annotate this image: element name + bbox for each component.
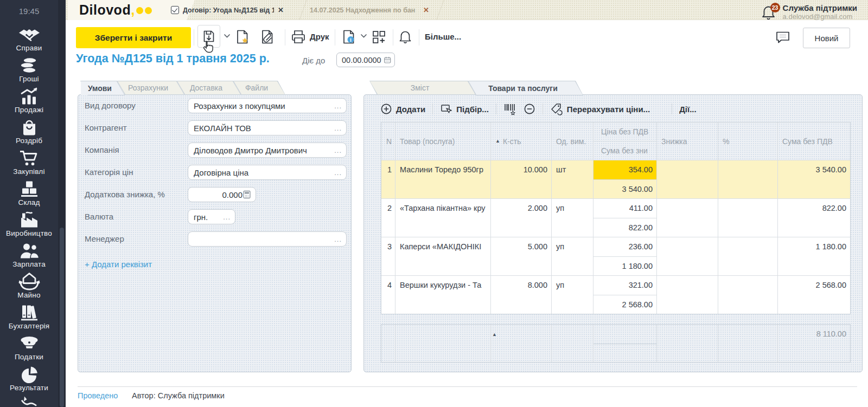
sidebar-item-podatky[interactable]: Податки bbox=[0, 334, 58, 361]
table-row[interactable]: 2 «Тархана пікантна» кру 2.000 уп 411.00… bbox=[381, 198, 850, 237]
lookup-dots-icon[interactable]: ... bbox=[334, 124, 342, 132]
calendar-icon[interactable] bbox=[384, 55, 391, 64]
bag-icon bbox=[0, 118, 58, 137]
actions-button[interactable]: Дії... bbox=[679, 105, 697, 114]
print-button[interactable] bbox=[290, 29, 307, 44]
sidebar-item-hroshi[interactable]: Гроші bbox=[0, 56, 58, 83]
form-row: Контрагент ЕКОЛАЙН ТОВ... bbox=[85, 120, 346, 135]
tab-close-icon[interactable]: ✕ bbox=[423, 6, 429, 14]
sidebar-item-spravy[interactable]: Справи bbox=[0, 25, 58, 52]
pick-items-button[interactable]: Підбір... bbox=[440, 103, 489, 115]
app-window: 19:45 СправиГрошіПродажіРоздрібЗакупівлі… bbox=[0, 0, 868, 407]
remove-row-button[interactable] bbox=[524, 103, 535, 115]
sidebar-item-rozdrib[interactable]: Роздріб bbox=[0, 118, 58, 145]
lookup-dots-icon[interactable]: ... bbox=[334, 235, 342, 243]
structure-button[interactable] bbox=[371, 29, 387, 45]
document-star-button[interactable] bbox=[235, 29, 250, 44]
items-table: N Товар (послуга) ▲К-сть Од. вим. Ціна б… bbox=[381, 122, 851, 314]
add-row-button[interactable]: Додати bbox=[380, 103, 425, 115]
chat-button[interactable] bbox=[775, 30, 791, 47]
table-row[interactable]: 3 Каперси «МАКІДОНІКІ 5.000 уп 236.001 1… bbox=[381, 237, 850, 275]
document-attach-button[interactable] bbox=[260, 29, 275, 44]
tab-close-icon[interactable]: ✕ bbox=[278, 6, 284, 14]
cell-qty: 5.000 bbox=[491, 237, 552, 275]
pie-icon bbox=[0, 365, 58, 384]
barcode-button[interactable] bbox=[503, 102, 516, 115]
sidebar-item-vyrobnytstvo[interactable]: Виробництво bbox=[0, 210, 58, 237]
qty-header: ▲К-сть bbox=[491, 122, 552, 160]
info-menu-chevron[interactable] bbox=[360, 34, 367, 38]
panel-tab-Зміст[interactable]: Зміст bbox=[369, 81, 476, 95]
form-row: Додаткова знижка, % 0.000 bbox=[85, 187, 346, 202]
cell-percent bbox=[718, 160, 778, 198]
table-row[interactable]: 4 Вершки кукурудзи - Та 8.000 уп 321.002… bbox=[381, 275, 850, 314]
status-badge[interactable]: Проведено bbox=[78, 391, 118, 400]
cell-discount bbox=[657, 276, 718, 314]
field-4[interactable]: 0.000 bbox=[188, 187, 256, 202]
document-tab-2[interactable]: 14.07.2025 Надходження по бан✕ bbox=[310, 0, 429, 20]
new-button[interactable]: Новий bbox=[803, 28, 850, 48]
cell-percent bbox=[718, 276, 778, 314]
cell-product: Маслини Торедо 950гр bbox=[395, 160, 491, 198]
notifications-bell[interactable]: 23 bbox=[761, 4, 776, 22]
table-row[interactable]: 1 Маслини Торедо 950гр 10.000 шт 354.003… bbox=[381, 160, 850, 198]
more-button[interactable]: Більше... bbox=[425, 32, 461, 41]
lookup-dots-icon[interactable]: ... bbox=[334, 102, 342, 110]
clock: 19:45 bbox=[0, 7, 58, 16]
calculator-icon[interactable] bbox=[242, 190, 251, 199]
reminder-bell-button[interactable] bbox=[398, 29, 412, 44]
document-info-button[interactable]: i bbox=[341, 29, 356, 44]
valid-until-label: Діє до bbox=[302, 56, 325, 65]
sidebar-item-maino[interactable]: Майно bbox=[0, 272, 58, 299]
cart-icon bbox=[0, 148, 58, 167]
cell-percent bbox=[718, 237, 778, 275]
field-6[interactable]: ... bbox=[188, 231, 347, 247]
lookup-dots-icon[interactable]: ... bbox=[334, 169, 342, 177]
panel-tab-Товари та послуги[interactable]: Товари та послуги bbox=[468, 81, 583, 95]
logo-dot bbox=[145, 7, 152, 14]
cell-discount bbox=[657, 160, 718, 198]
sidebar-item-rezultaty[interactable]: Результати bbox=[0, 365, 58, 392]
panel-tab-Файли[interactable]: Файли bbox=[233, 81, 285, 95]
sidebar-item-zarplata[interactable]: Зарплата bbox=[0, 241, 58, 268]
sidebar-scrollbar[interactable] bbox=[58, 0, 66, 407]
add-requisite-link[interactable]: + Додати реквізит bbox=[85, 260, 152, 269]
field-0[interactable]: Розрахунки з покупцями... bbox=[188, 98, 347, 113]
user-name[interactable]: Служба підтримки bbox=[783, 3, 857, 12]
form-row: Компанія Діловодов Дмитро Дмитрович... bbox=[85, 143, 346, 158]
form-row: Валюта грн.... bbox=[85, 209, 346, 224]
cell-unit: уп bbox=[552, 199, 593, 237]
field-5[interactable]: грн.... bbox=[188, 209, 235, 224]
table-header: N Товар (послуга) ▲К-сть Од. вим. Ціна б… bbox=[381, 122, 850, 160]
cap-icon bbox=[0, 334, 58, 353]
field-3[interactable]: Договірна ціна... bbox=[188, 165, 347, 180]
save-and-close-button[interactable]: Зберегти і закрити bbox=[76, 27, 191, 48]
field-1[interactable]: ЕКОЛАЙН ТОВ... bbox=[188, 120, 347, 135]
lookup-dots-icon[interactable]: ... bbox=[223, 213, 231, 221]
recalculate-prices-button[interactable]: Перерахувати ціни... bbox=[550, 102, 650, 115]
people-icon bbox=[0, 241, 58, 260]
field-2[interactable]: Діловодов Дмитро Дмитрович... bbox=[188, 143, 347, 158]
form-row: Категорія цін Договірна ціна... bbox=[85, 165, 346, 180]
panel-tab-Доставка[interactable]: Доставка bbox=[177, 81, 241, 95]
sidebar-item-partial[interactable] bbox=[0, 396, 58, 407]
panel-tab-Розрахунки[interactable]: Розрахунки bbox=[117, 81, 184, 95]
sidebar-item-bukhhalteriia[interactable]: Бухгалтерія bbox=[0, 303, 58, 330]
cell-unit: уп bbox=[552, 237, 593, 275]
save-menu-chevron[interactable] bbox=[224, 34, 231, 38]
document-title: Угода №Д125 від 1 травня 2025 р. bbox=[76, 52, 270, 66]
cell-price: 354.003 540.00 bbox=[593, 160, 657, 198]
cell-total: 822.00 bbox=[778, 199, 850, 237]
items-toolbar: Додати Підбір... Перерахувати ціни... Ді… bbox=[380, 101, 697, 117]
sidebar-item-zakupivli[interactable]: Закупівлі bbox=[0, 148, 58, 176]
partial-icon bbox=[0, 396, 58, 407]
coins-icon bbox=[0, 56, 58, 75]
print-label[interactable]: Друк bbox=[310, 32, 329, 41]
sidebar-scrollbar-thumb[interactable] bbox=[60, 228, 64, 407]
sidebar-item-sklad[interactable]: Склад bbox=[0, 179, 58, 206]
valid-until-field[interactable]: 00.00.0000 bbox=[336, 53, 395, 67]
lookup-dots-icon[interactable]: ... bbox=[334, 146, 342, 154]
sidebar-item-prodazhi[interactable]: Продажі bbox=[0, 87, 58, 114]
document-tab-1[interactable]: Договір: Угода №Д125 від 1 тра✕ bbox=[171, 0, 284, 20]
tab-checkbox-icon[interactable] bbox=[171, 6, 179, 14]
